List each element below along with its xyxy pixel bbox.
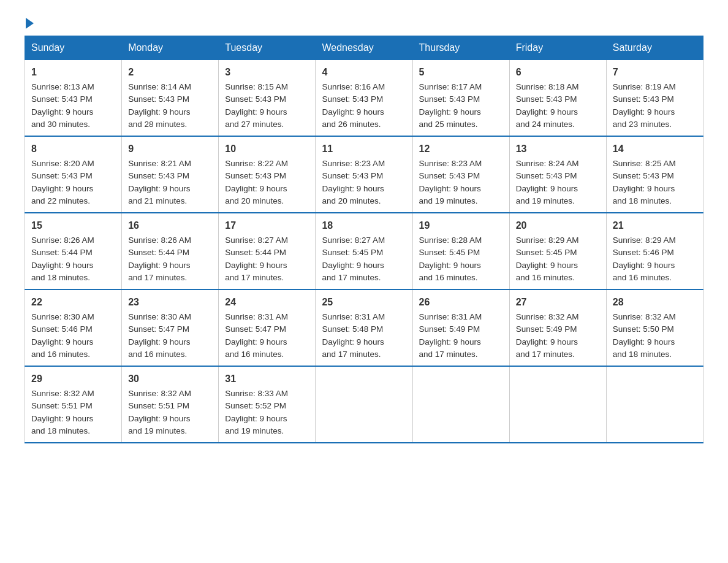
calendar-cell: 7Sunrise: 8:19 AMSunset: 5:43 PMDaylight… bbox=[606, 60, 703, 137]
daylight-label: Daylight: 9 hours bbox=[225, 184, 287, 193]
daylight-value: and 16 minutes. bbox=[613, 273, 672, 282]
sunrise-label: Sunrise: 8:15 AM bbox=[225, 82, 288, 91]
weekday-header-tuesday: Tuesday bbox=[219, 36, 316, 60]
daylight-label: Daylight: 9 hours bbox=[225, 107, 287, 117]
day-number: 31 bbox=[225, 372, 309, 386]
day-number: 25 bbox=[322, 295, 406, 310]
daylight-value: and 18 minutes. bbox=[613, 350, 672, 359]
page-header bbox=[25, 18, 703, 29]
daylight-label: Daylight: 9 hours bbox=[128, 261, 190, 270]
daylight-value: and 30 minutes. bbox=[31, 120, 90, 129]
daylight-label: Daylight: 9 hours bbox=[31, 337, 93, 347]
daylight-label: Daylight: 9 hours bbox=[225, 414, 287, 423]
calendar-cell: 10Sunrise: 8:22 AMSunset: 5:43 PMDayligh… bbox=[219, 136, 316, 213]
sunset-label: Sunset: 5:46 PM bbox=[31, 324, 93, 334]
sunset-label: Sunset: 5:51 PM bbox=[128, 401, 189, 410]
daylight-value: and 18 minutes. bbox=[31, 273, 90, 282]
calendar-cell bbox=[606, 366, 703, 443]
calendar-cell bbox=[412, 366, 509, 443]
daylight-value: and 28 minutes. bbox=[128, 120, 187, 129]
day-number: 13 bbox=[516, 142, 600, 156]
calendar-cell: 25Sunrise: 8:31 AMSunset: 5:48 PMDayligh… bbox=[316, 289, 412, 366]
daylight-value: and 16 minutes. bbox=[225, 350, 284, 359]
daylight-value: and 27 minutes. bbox=[225, 120, 284, 129]
sunrise-label: Sunrise: 8:31 AM bbox=[225, 312, 288, 321]
calendar-cell: 28Sunrise: 8:32 AMSunset: 5:50 PMDayligh… bbox=[606, 289, 703, 366]
daylight-value: and 16 minutes. bbox=[516, 273, 575, 282]
day-number: 9 bbox=[128, 142, 212, 156]
daylight-value: and 16 minutes. bbox=[128, 350, 187, 359]
day-number: 2 bbox=[128, 65, 212, 80]
calendar-cell: 17Sunrise: 8:27 AMSunset: 5:44 PMDayligh… bbox=[219, 213, 316, 289]
calendar-cell: 31Sunrise: 8:33 AMSunset: 5:52 PMDayligh… bbox=[219, 366, 316, 443]
daylight-value: and 17 minutes. bbox=[322, 273, 381, 282]
weekday-header-sunday: Sunday bbox=[25, 36, 122, 60]
sunset-label: Sunset: 5:43 PM bbox=[516, 94, 577, 104]
sunrise-label: Sunrise: 8:18 AM bbox=[516, 82, 579, 91]
sunrise-label: Sunrise: 8:33 AM bbox=[225, 389, 288, 398]
day-number: 10 bbox=[225, 142, 309, 156]
calendar-body: 1Sunrise: 8:13 AMSunset: 5:43 PMDaylight… bbox=[25, 60, 703, 443]
sunset-label: Sunset: 5:43 PM bbox=[322, 94, 383, 104]
calendar-cell: 18Sunrise: 8:27 AMSunset: 5:45 PMDayligh… bbox=[316, 213, 412, 289]
logo-blue bbox=[25, 18, 34, 29]
calendar-cell: 11Sunrise: 8:23 AMSunset: 5:43 PMDayligh… bbox=[316, 136, 412, 213]
daylight-value: and 17 minutes. bbox=[225, 273, 284, 282]
sunset-label: Sunset: 5:43 PM bbox=[613, 171, 674, 180]
day-number: 24 bbox=[225, 295, 309, 310]
daylight-value: and 19 minutes. bbox=[516, 196, 575, 205]
calendar-cell bbox=[509, 366, 606, 443]
sunrise-label: Sunrise: 8:16 AM bbox=[322, 82, 385, 91]
daylight-label: Daylight: 9 hours bbox=[225, 337, 287, 347]
day-number: 26 bbox=[419, 295, 503, 310]
calendar-cell: 8Sunrise: 8:20 AMSunset: 5:43 PMDaylight… bbox=[25, 136, 122, 213]
calendar-cell: 16Sunrise: 8:26 AMSunset: 5:44 PMDayligh… bbox=[122, 213, 219, 289]
daylight-label: Daylight: 9 hours bbox=[128, 337, 190, 347]
day-number: 19 bbox=[419, 218, 503, 233]
daylight-label: Daylight: 9 hours bbox=[322, 261, 384, 270]
daylight-value: and 17 minutes. bbox=[322, 350, 381, 359]
calendar-cell: 14Sunrise: 8:25 AMSunset: 5:43 PMDayligh… bbox=[606, 136, 703, 213]
calendar-cell bbox=[316, 366, 412, 443]
calendar-header: SundayMondayTuesdayWednesdayThursdayFrid… bbox=[25, 36, 703, 60]
weekday-header-wednesday: Wednesday bbox=[316, 36, 412, 60]
sunrise-label: Sunrise: 8:32 AM bbox=[516, 312, 579, 321]
daylight-label: Daylight: 9 hours bbox=[419, 184, 481, 193]
sunrise-label: Sunrise: 8:17 AM bbox=[419, 82, 482, 91]
sunset-label: Sunset: 5:43 PM bbox=[31, 94, 93, 104]
daylight-label: Daylight: 9 hours bbox=[419, 107, 481, 117]
daylight-label: Daylight: 9 hours bbox=[419, 261, 481, 270]
sunrise-label: Sunrise: 8:31 AM bbox=[419, 312, 482, 321]
sunset-label: Sunset: 5:45 PM bbox=[322, 248, 383, 257]
sunset-label: Sunset: 5:49 PM bbox=[516, 324, 577, 334]
sunset-label: Sunset: 5:50 PM bbox=[613, 324, 674, 334]
daylight-label: Daylight: 9 hours bbox=[419, 337, 481, 347]
day-number: 21 bbox=[613, 218, 697, 233]
calendar-week-row: 8Sunrise: 8:20 AMSunset: 5:43 PMDaylight… bbox=[25, 136, 703, 213]
sunrise-label: Sunrise: 8:32 AM bbox=[613, 312, 676, 321]
sunrise-label: Sunrise: 8:27 AM bbox=[225, 236, 288, 245]
calendar-cell: 13Sunrise: 8:24 AMSunset: 5:43 PMDayligh… bbox=[509, 136, 606, 213]
sunset-label: Sunset: 5:43 PM bbox=[419, 171, 480, 180]
calendar-cell: 23Sunrise: 8:30 AMSunset: 5:47 PMDayligh… bbox=[122, 289, 219, 366]
daylight-value: and 16 minutes. bbox=[31, 350, 90, 359]
daylight-label: Daylight: 9 hours bbox=[613, 337, 675, 347]
calendar-cell: 19Sunrise: 8:28 AMSunset: 5:45 PMDayligh… bbox=[412, 213, 509, 289]
sunrise-label: Sunrise: 8:32 AM bbox=[128, 389, 191, 398]
sunset-label: Sunset: 5:45 PM bbox=[419, 248, 480, 257]
daylight-value: and 18 minutes. bbox=[31, 426, 90, 435]
sunset-label: Sunset: 5:45 PM bbox=[516, 248, 577, 257]
weekday-header-thursday: Thursday bbox=[412, 36, 509, 60]
sunset-label: Sunset: 5:47 PM bbox=[128, 324, 189, 334]
calendar-cell: 15Sunrise: 8:26 AMSunset: 5:44 PMDayligh… bbox=[25, 213, 122, 289]
sunrise-label: Sunrise: 8:20 AM bbox=[31, 159, 94, 168]
sunset-label: Sunset: 5:43 PM bbox=[128, 171, 189, 180]
sunrise-label: Sunrise: 8:24 AM bbox=[516, 159, 579, 168]
daylight-value: and 26 minutes. bbox=[322, 120, 381, 129]
daylight-value: and 20 minutes. bbox=[322, 196, 381, 205]
sunset-label: Sunset: 5:43 PM bbox=[128, 94, 189, 104]
daylight-value: and 16 minutes. bbox=[419, 273, 478, 282]
sunset-label: Sunset: 5:44 PM bbox=[128, 248, 189, 257]
daylight-value: and 23 minutes. bbox=[613, 120, 672, 129]
daylight-label: Daylight: 9 hours bbox=[31, 261, 93, 270]
